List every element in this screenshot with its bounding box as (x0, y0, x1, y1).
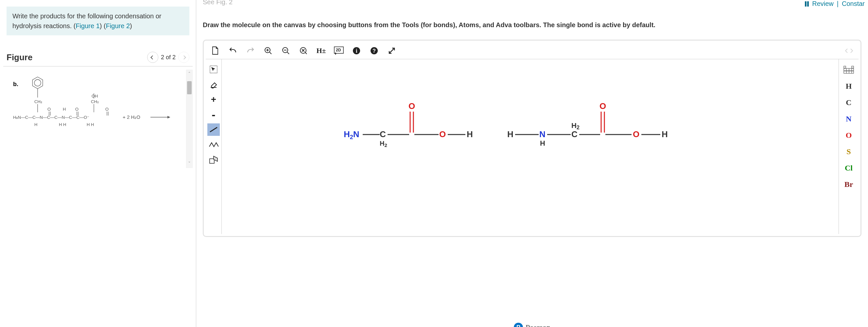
atom-C[interactable]: C (841, 95, 857, 110)
svg-text:H2: H2 (380, 140, 387, 148)
question-prompt: Write the products for the following con… (6, 6, 189, 35)
svg-text:H: H (662, 129, 668, 139)
label-b: b. (13, 81, 18, 87)
svg-text:H: H (540, 139, 545, 147)
zoom-out-icon[interactable] (281, 46, 291, 56)
template-icon[interactable] (207, 153, 220, 166)
scroll-down-icon[interactable]: ˇ (189, 160, 190, 168)
svg-marker-25 (167, 116, 170, 118)
svg-text:2D: 2D (336, 48, 341, 52)
fullscreen-icon[interactable] (387, 46, 397, 56)
svg-text:O: O (75, 107, 79, 112)
drawing-canvas[interactable]: H2N C H2 O O H (221, 59, 839, 234)
figure-2-link[interactable]: Figure 2 (106, 22, 130, 29)
svg-text:N: N (539, 129, 546, 139)
svg-text:O: O (599, 101, 606, 111)
svg-text:H   H: H H (59, 122, 66, 127)
svg-text:H: H (34, 122, 37, 127)
svg-marker-0 (32, 77, 42, 89)
pearson-footer: P Pearson (514, 323, 551, 327)
figure-scrollbar[interactable]: ˆ ˇ (186, 70, 193, 168)
pager-next[interactable] (178, 52, 189, 63)
zoom-in-icon[interactable] (263, 46, 273, 56)
benzene-ring-icon (32, 77, 42, 89)
svg-text:H   H: H H (87, 122, 94, 127)
svg-text:H: H (507, 129, 514, 139)
svg-rect-78 (844, 66, 846, 68)
h-toggle-label[interactable]: H± (316, 46, 326, 56)
info-icon[interactable]: i (351, 46, 362, 56)
atom-S[interactable]: S (841, 144, 857, 159)
charge-minus-button[interactable]: - (207, 108, 220, 121)
svg-line-45 (389, 48, 395, 53)
scroll-thumb[interactable] (187, 81, 192, 94)
svg-text:C: C (571, 129, 578, 139)
svg-rect-80 (844, 68, 854, 71)
svg-text:CH₂: CH₂ (34, 99, 42, 104)
svg-text:H₃N—C—C—N—C—C—N—C—C—O⁻: H₃N—C—C—N—C—C—N—C—C—O⁻ (13, 115, 89, 120)
figure-title: Figure (6, 52, 32, 62)
atom-Br[interactable]: Br (841, 177, 857, 191)
charge-plus-button[interactable]: + (207, 93, 220, 106)
nav-left-right-icon[interactable] (844, 46, 854, 56)
svg-marker-40 (335, 53, 337, 55)
svg-line-48 (210, 127, 217, 132)
top-toolbar: H± 2D i ? (206, 42, 859, 59)
svg-text:H: H (467, 129, 473, 139)
svg-line-27 (270, 52, 272, 54)
svg-point-1 (34, 80, 41, 86)
new-doc-icon[interactable] (210, 46, 220, 56)
pager-prev[interactable] (147, 52, 158, 63)
figure-image: b. CH₂ H₃N—C—C—N—C—C—N—C—C—O⁻ O O O (3, 66, 186, 166)
svg-text:H2N: H2N (344, 129, 360, 141)
help-icon[interactable]: ? (369, 46, 379, 56)
erase-icon[interactable] (207, 78, 220, 91)
scroll-up-icon[interactable]: ˆ (189, 70, 190, 78)
svg-text:O: O (48, 107, 51, 112)
left-toolbar: + - (206, 59, 221, 234)
right-toolbar: H C N O S Cl Br (839, 59, 859, 234)
atom-O[interactable]: O (841, 128, 857, 142)
select-tool-icon[interactable] (207, 63, 220, 76)
instructions-text: Draw the molecule on the canvas by choos… (203, 20, 862, 30)
svg-text:C: C (380, 129, 386, 139)
left-panel: Write the products for the following con… (0, 0, 196, 327)
right-panel: Review | Constar See Fig. 2 Draw the mol… (196, 0, 868, 327)
pager-label: 2 of 2 (161, 54, 176, 61)
editor-frame: H± 2D i ? (203, 39, 862, 237)
atom-N[interactable]: N (841, 112, 857, 126)
chain-icon[interactable] (207, 139, 220, 151)
svg-line-31 (287, 52, 289, 54)
figure-body: b. CH₂ H₃N—C—C—N—C—C—N—C—C—O⁻ O O O (3, 66, 193, 168)
svg-text:+  2 H₂O: + 2 H₂O (123, 114, 140, 120)
svg-text:O: O (105, 107, 108, 112)
svg-text:O: O (439, 129, 446, 139)
undo-icon[interactable] (228, 46, 238, 56)
view-2d-icon[interactable]: 2D (334, 46, 344, 56)
svg-text:O: O (633, 129, 640, 139)
svg-rect-81 (844, 71, 854, 73)
svg-text:H: H (63, 107, 66, 112)
atom-Cl[interactable]: Cl (841, 161, 857, 175)
svg-rect-79 (851, 66, 854, 68)
figure-1-link[interactable]: Figure 1 (75, 22, 99, 29)
svg-text:O: O (408, 101, 415, 111)
svg-text:H2: H2 (571, 121, 580, 130)
svg-text:?: ? (373, 48, 376, 54)
figure-header: Figure 2 of 2 (3, 52, 193, 66)
pearson-label: Pearson (526, 323, 551, 327)
svg-line-36 (305, 52, 307, 54)
svg-text:OH: OH (92, 94, 98, 98)
svg-text:i: i (356, 48, 358, 54)
cut-off-heading: See Fig. 2 (203, 0, 862, 6)
main-editor: + - H2 (206, 59, 859, 234)
svg-text:CH₂: CH₂ (91, 99, 99, 104)
single-bond-icon[interactable] (207, 123, 220, 136)
figure-pager: 2 of 2 (147, 52, 189, 63)
delete-icon[interactable] (299, 46, 308, 56)
pearson-logo-icon: P (514, 323, 523, 327)
redo-icon[interactable] (246, 46, 255, 56)
atom-H[interactable]: H (841, 79, 857, 93)
periodic-table-icon[interactable] (841, 62, 857, 77)
